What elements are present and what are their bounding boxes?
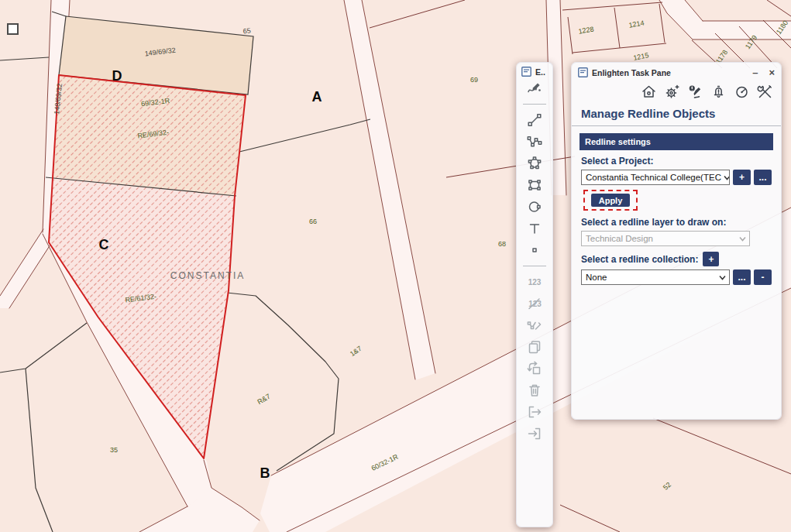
- chevron-down-icon: [719, 275, 726, 280]
- tool-draw-line[interactable]: [517, 112, 552, 129]
- panel-icon: [521, 67, 531, 77]
- tool-show-labels[interactable]: 123: [517, 273, 552, 290]
- project-label: Select a Project:: [581, 156, 772, 166]
- collection-select[interactable]: None: [581, 269, 730, 285]
- parcel-label: 35: [110, 446, 118, 454]
- tool-draw-circle[interactable]: [517, 198, 552, 215]
- chevron-down-icon: [724, 175, 730, 180]
- tool-draw-point[interactable]: [517, 242, 552, 259]
- tool-draw-rectangle[interactable]: [517, 177, 552, 194]
- redline-toolbar: E.. 123 123: [516, 62, 553, 527]
- add-project-button[interactable]: +: [733, 170, 751, 185]
- parcel-label: 65: [242, 27, 251, 36]
- marker-a: A: [312, 89, 322, 105]
- enlighten-task-pane: Enlighten Task Pane – × Manage Redline O…: [571, 62, 782, 420]
- tool-draw-polyline[interactable]: [517, 133, 552, 150]
- pane-title: Enlighten Task Pane: [592, 68, 671, 77]
- page-title: Manage Redline Objects: [572, 101, 781, 124]
- tool-copy-object[interactable]: [517, 338, 552, 355]
- collection-select-value: None: [586, 273, 607, 282]
- home-icon[interactable]: [641, 84, 657, 100]
- remove-collection-button[interactable]: -: [754, 269, 772, 285]
- layer-select-value: Technical Design: [586, 234, 653, 243]
- collection-more-button[interactable]: ...: [733, 269, 751, 285]
- redline-icon[interactable]: [687, 84, 703, 100]
- marker-b: B: [260, 465, 270, 481]
- apply-highlight-box: Apply: [583, 190, 638, 211]
- tool-draw-polygon[interactable]: [517, 155, 552, 172]
- pane-titlebar[interactable]: Enlighten Task Pane – ×: [572, 63, 781, 78]
- panel-icon: [578, 67, 588, 77]
- pane-icon-row: [572, 78, 781, 101]
- marker-d: D: [112, 68, 122, 84]
- settings-icon[interactable]: [664, 84, 680, 100]
- tool-draw-text[interactable]: [517, 220, 552, 237]
- tool-freehand-draw[interactable]: [517, 80, 552, 97]
- tool-hide-labels[interactable]: 123: [517, 295, 552, 312]
- minimize-button[interactable]: –: [752, 69, 758, 77]
- close-button[interactable]: ×: [769, 69, 775, 77]
- toolbar-titlebar[interactable]: E..: [517, 63, 552, 77]
- divider: [572, 125, 781, 126]
- toolbar-divider: [523, 104, 546, 105]
- tool-import-objects[interactable]: [517, 425, 552, 442]
- dashboard-icon[interactable]: [734, 84, 750, 100]
- tool-edit-vertices[interactable]: [517, 317, 552, 334]
- map-application-window: 65 149/69/32 148/69/32 D 69/32-1R RE/69/…: [0, 0, 791, 532]
- tool-transform-object[interactable]: [517, 360, 552, 377]
- tool-delete-object[interactable]: [517, 382, 552, 399]
- toolbar-title: E..: [535, 67, 545, 77]
- notifications-icon[interactable]: [710, 84, 727, 100]
- chevron-down-icon: [739, 236, 746, 242]
- map-extent-checkbox[interactable]: [7, 23, 19, 35]
- svg-text:123: 123: [528, 278, 542, 287]
- project-select-value: Constantia Technical College(TEC: [586, 173, 721, 182]
- apply-button[interactable]: Apply: [591, 194, 630, 207]
- project-more-button[interactable]: ...: [754, 170, 772, 185]
- marker-c: C: [99, 237, 109, 252]
- tools-icon[interactable]: [757, 84, 773, 100]
- tool-export-objects[interactable]: [517, 403, 552, 420]
- toolbar-divider: [523, 266, 546, 266]
- layer-select: Technical Design: [581, 231, 750, 246]
- redline-settings-header: Redline settings: [579, 133, 773, 150]
- parcel-label: 66: [309, 218, 317, 225]
- town-label: CONSTANTIA: [170, 270, 245, 281]
- collection-label: Select a redline collection:: [581, 254, 698, 265]
- parcel-label: 69: [470, 76, 478, 84]
- add-collection-button[interactable]: +: [703, 252, 719, 266]
- project-select[interactable]: Constantia Technical College(TEC: [581, 170, 730, 185]
- layer-label: Select a redline layer to draw on:: [581, 217, 772, 228]
- parcel-label: 68: [498, 240, 506, 248]
